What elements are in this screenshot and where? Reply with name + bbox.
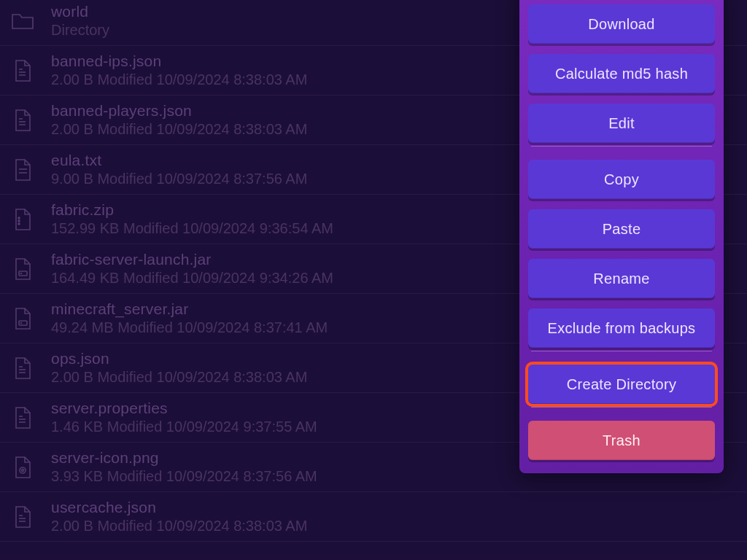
file-meta: 3.93 KB Modified 10/09/2024 8:37:56 AM [51, 468, 317, 485]
json-icon [7, 105, 38, 136]
context-menu: Download Calculate md5 hash Edit Copy Pa… [519, 0, 724, 473]
file-row[interactable]: usercache.json2.00 B Modified 10/09/2024… [0, 492, 747, 542]
file-meta: Directory [51, 22, 109, 39]
svg-rect-14 [19, 321, 27, 325]
file-text: server-icon.png3.93 KB Modified 10/09/20… [51, 449, 317, 485]
menu-separator [531, 351, 712, 351]
json-icon [7, 402, 38, 433]
edit-button[interactable]: Edit [528, 104, 715, 143]
file-meta: 164.49 KB Modified 10/09/2024 9:34:26 AM [51, 270, 333, 287]
file-name: usercache.json [51, 499, 307, 516]
png-icon [7, 452, 38, 483]
file-text: usercache.json2.00 B Modified 10/09/2024… [51, 499, 307, 534]
file-name: fabric-server-launch.jar [51, 251, 333, 268]
rename-button[interactable]: Rename [528, 259, 715, 298]
trash-button[interactable]: Trash [528, 421, 715, 460]
file-text: worldDirectory [51, 3, 109, 39]
file-name: minecraft_server.jar [51, 300, 328, 318]
file-meta: 1.46 KB Modified 10/09/2024 9:37:55 AM [51, 419, 317, 435]
file-text: minecraft_server.jar49.24 MB Modified 10… [51, 300, 328, 336]
file-meta: 9.00 B Modified 10/09/2024 8:37:56 AM [51, 171, 307, 187]
download-button[interactable]: Download [528, 4, 715, 44]
folder-icon [7, 6, 38, 36]
file-name: world [51, 3, 109, 20]
calculate-md5-button[interactable]: Calculate md5 hash [528, 54, 715, 93]
json-icon [7, 55, 38, 86]
create-directory-button[interactable]: Create Directory [528, 365, 715, 404]
jar-icon [7, 254, 38, 284]
paste-button[interactable]: Paste [528, 209, 715, 249]
file-name: ops.json [51, 350, 307, 368]
zip-icon [7, 204, 38, 235]
file-meta: 49.24 MB Modified 10/09/2024 8:37:41 AM [51, 319, 328, 336]
file-name: server-icon.png [51, 449, 317, 467]
file-name: fabric.zip [51, 201, 333, 219]
file-text: banned-ips.json2.00 B Modified 10/09/202… [51, 52, 307, 88]
file-text: ops.json2.00 B Modified 10/09/2024 8:38:… [51, 350, 307, 386]
file-meta: 152.99 KB Modified 10/09/2024 9:36:54 AM [51, 220, 333, 237]
file-meta: 2.00 B Modified 10/09/2024 8:38:03 AM [51, 71, 307, 88]
copy-button[interactable]: Copy [528, 160, 715, 199]
file-name: eula.txt [51, 152, 307, 169]
json-icon [7, 502, 38, 532]
file-meta: 2.00 B Modified 10/09/2024 8:38:03 AM [51, 518, 307, 534]
json-icon [7, 353, 38, 384]
menu-separator [531, 407, 712, 408]
file-name: banned-ips.json [51, 52, 307, 70]
exclude-backups-button[interactable]: Exclude from backups [528, 308, 715, 348]
file-text: server.properties1.46 KB Modified 10/09/… [51, 400, 317, 435]
jar-icon [7, 303, 38, 334]
svg-rect-12 [19, 271, 27, 276]
file-meta: 2.00 B Modified 10/09/2024 8:38:03 AM [51, 369, 307, 386]
txt-icon [7, 155, 38, 185]
file-text: fabric-server-launch.jar164.49 KB Modifi… [51, 251, 333, 287]
file-meta: 2.00 B Modified 10/09/2024 8:38:03 AM [51, 121, 307, 138]
svg-point-23 [22, 469, 24, 471]
menu-separator [531, 146, 712, 147]
file-text: eula.txt9.00 B Modified 10/09/2024 8:37:… [51, 152, 307, 187]
file-name: banned-players.json [51, 102, 307, 120]
file-text: banned-players.json2.00 B Modified 10/09… [51, 102, 307, 138]
svg-point-15 [21, 322, 22, 323]
svg-point-22 [20, 467, 26, 473]
file-text: fabric.zip152.99 KB Modified 10/09/2024 … [51, 201, 333, 237]
file-name: server.properties [51, 400, 317, 417]
svg-point-13 [21, 273, 22, 273]
